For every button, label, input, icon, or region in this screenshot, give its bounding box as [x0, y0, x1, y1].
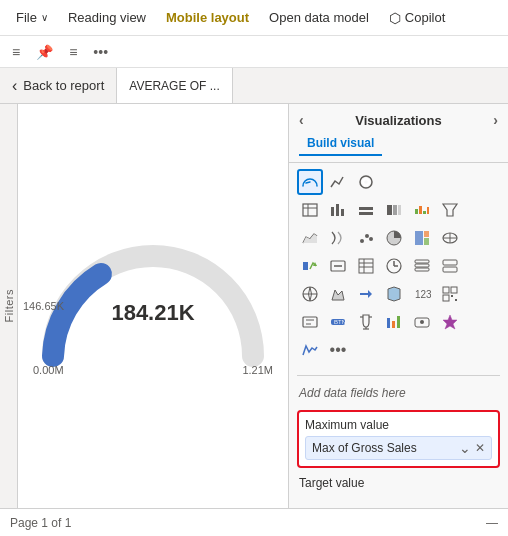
file-arrow-icon: ∨ — [41, 12, 48, 23]
table-icon[interactable] — [297, 197, 323, 223]
svg-rect-42 — [415, 268, 429, 271]
map-icon[interactable] — [437, 225, 463, 251]
viz-title: Visualizations — [355, 113, 441, 128]
svg-rect-43 — [443, 260, 457, 265]
donut-chart-icon[interactable] — [353, 169, 379, 195]
canvas-area: 146.65K 184.21K 0.00M 1.21M — [18, 104, 288, 508]
svg-rect-16 — [427, 207, 429, 214]
slicer-icon[interactable] — [409, 253, 435, 279]
treemap-icon[interactable] — [409, 225, 435, 251]
trophy-icon[interactable] — [353, 309, 379, 335]
viz-nav-left[interactable]: ‹ — [299, 112, 304, 128]
svg-rect-53 — [443, 295, 449, 301]
copilot-icon: ⬡ — [389, 10, 401, 26]
tab-build-visual[interactable]: Build visual — [299, 132, 382, 156]
svg-marker-49 — [368, 290, 372, 298]
card-icon[interactable] — [325, 253, 351, 279]
bar-chart2-icon[interactable] — [381, 309, 407, 335]
menu-reading-view[interactable]: Reading view — [60, 6, 154, 29]
status-divider: — — [486, 516, 498, 530]
svg-text:BTN: BTN — [334, 319, 346, 325]
svg-marker-47 — [332, 290, 344, 300]
svg-rect-23 — [415, 231, 423, 245]
menu-file[interactable]: File ∨ — [8, 6, 56, 29]
back-to-report-tab[interactable]: Back to report — [0, 68, 117, 103]
viz-icon-row-2 — [297, 225, 500, 251]
menu-mobile-layout[interactable]: Mobile layout — [158, 6, 257, 29]
filled-map-icon[interactable] — [381, 281, 407, 307]
kpi-icon[interactable] — [297, 253, 323, 279]
svg-rect-24 — [424, 231, 429, 237]
gauge-min: 0.00M — [33, 364, 64, 376]
gauge-value: 184.21K — [111, 300, 194, 326]
waterfall-icon[interactable] — [409, 197, 435, 223]
svg-marker-17 — [443, 204, 457, 216]
viz-icon-row-6: ••• — [297, 337, 500, 363]
more-viz-icon[interactable]: ••• — [325, 337, 351, 363]
toolbar: ≡ 📌 ≡ ••• — [0, 36, 508, 68]
text-box-icon[interactable] — [297, 309, 323, 335]
maximum-value-label: Maximum value — [305, 418, 492, 432]
svg-text:123: 123 — [415, 289, 431, 300]
viz-icon-row-top — [297, 169, 500, 195]
svg-rect-51 — [443, 287, 449, 293]
column-chart-icon[interactable] — [353, 197, 379, 223]
menu-open-data-model[interactable]: Open data model — [261, 6, 377, 29]
more-options-icon[interactable]: ••• — [89, 42, 112, 62]
scatter-plot-icon[interactable] — [353, 225, 379, 251]
line-chart-icon[interactable] — [325, 169, 351, 195]
pill-remove-btn[interactable]: ✕ — [475, 441, 485, 455]
main-area: Filters 146.65K 184.21K 0.00M 1.21M ‹ Vi… — [0, 104, 508, 508]
svg-rect-55 — [455, 299, 457, 301]
svg-rect-54 — [451, 295, 453, 297]
viz-icons-section: 123 BTN — [289, 163, 508, 371]
number-icon[interactable]: 123 — [409, 281, 435, 307]
area-chart-icon[interactable] — [297, 225, 323, 251]
globe-icon[interactable] — [297, 281, 323, 307]
star-icon[interactable] — [437, 309, 463, 335]
arrow-icon[interactable] — [353, 281, 379, 307]
svg-point-67 — [420, 320, 424, 324]
layout-icon[interactable]: ≡ — [65, 42, 81, 62]
gauge-viz-icon[interactable] — [297, 169, 323, 195]
funnel-icon[interactable] — [437, 197, 463, 223]
pie-chart-icon[interactable] — [381, 225, 407, 251]
menu-copilot[interactable]: ⬡ Copilot — [381, 6, 453, 30]
hamburger-icon[interactable]: ≡ — [8, 42, 24, 62]
gauge-chart: 146.65K 184.21K 0.00M 1.21M — [33, 236, 273, 376]
status-bar: Page 1 of 1 — — [0, 508, 508, 536]
back-chevron-icon — [12, 77, 17, 95]
svg-rect-63 — [387, 318, 390, 328]
svg-marker-68 — [443, 315, 457, 329]
bar-chart-icon[interactable] — [325, 197, 351, 223]
svg-point-1 — [363, 179, 369, 185]
clock-icon[interactable] — [381, 253, 407, 279]
svg-rect-10 — [387, 205, 392, 215]
shape-map-icon[interactable] — [325, 281, 351, 307]
max-gross-sales-pill[interactable]: Max of Gross Sales ✕ — [305, 436, 492, 460]
pin-icon[interactable]: 📌 — [32, 42, 57, 62]
custom-viz-icon[interactable] — [409, 309, 435, 335]
filters-sidebar[interactable]: Filters — [0, 104, 18, 508]
svg-rect-7 — [341, 209, 344, 216]
multi-row-card-icon[interactable] — [437, 253, 463, 279]
svg-rect-41 — [415, 264, 429, 267]
viz-nav-right[interactable]: › — [493, 112, 498, 128]
separator — [297, 375, 500, 376]
add-data-label: Add data fields here — [289, 380, 508, 406]
qr-icon[interactable] — [437, 281, 463, 307]
active-tab[interactable]: AVERAGE OF ... — [117, 68, 232, 103]
stacked-bar-icon[interactable] — [381, 197, 407, 223]
gauge-side-label: 146.65K — [23, 300, 64, 312]
button-icon[interactable]: BTN — [325, 309, 351, 335]
pill-dropdown-btn[interactable] — [459, 440, 471, 456]
svg-rect-13 — [415, 209, 418, 214]
matrix-icon[interactable] — [353, 253, 379, 279]
svg-rect-64 — [392, 321, 395, 328]
svg-rect-56 — [303, 317, 317, 327]
ribbon-chart-icon[interactable] — [325, 225, 351, 251]
viz-icon-row-3 — [297, 253, 500, 279]
svg-rect-25 — [424, 238, 429, 245]
tab-bar: Back to report AVERAGE OF ... — [0, 68, 508, 104]
ai-icon[interactable] — [297, 337, 323, 363]
